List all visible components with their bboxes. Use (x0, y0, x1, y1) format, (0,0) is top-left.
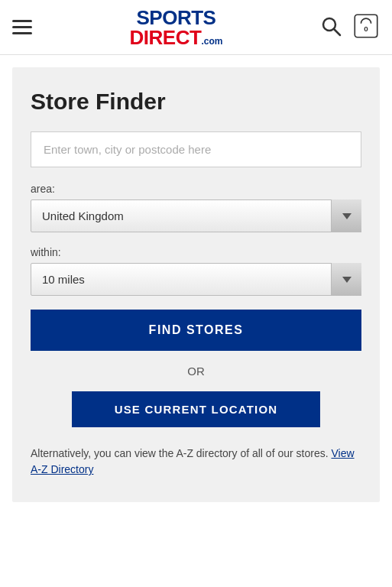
cart-icon[interactable]: 0 (352, 12, 380, 43)
hamburger-line-3 (12, 32, 32, 34)
page-title: Store Finder (31, 89, 361, 115)
main-content: Store Finder area: United Kingdom Republ… (0, 67, 392, 502)
alt-text-prefix: Alternatively, you can view the A-Z dire… (31, 447, 331, 459)
find-stores-button[interactable]: FIND STORES (31, 310, 361, 351)
within-select-wrap: 5 miles 10 miles 20 miles 50 miles 100 m… (31, 263, 361, 296)
hamburger-line-2 (12, 26, 32, 28)
logo-direct: DIRECT (130, 28, 202, 47)
store-finder-panel: Store Finder area: United Kingdom Republ… (12, 67, 380, 502)
logo-com: .com (201, 37, 222, 46)
within-select[interactable]: 5 miles 10 miles 20 miles 50 miles 100 m… (31, 263, 361, 296)
area-select-wrap: United Kingdom Republic of Ireland Inter… (31, 199, 361, 232)
hamburger-menu[interactable] (12, 20, 32, 34)
svg-text:0: 0 (364, 24, 368, 33)
hamburger-line-1 (12, 20, 32, 22)
search-icon[interactable] (320, 15, 342, 40)
site-logo[interactable]: SPORTS DIRECT .com (130, 8, 223, 47)
header: SPORTS DIRECT .com 0 (0, 0, 392, 55)
use-location-button[interactable]: USE CURRENT LOCATION (72, 391, 320, 427)
area-select[interactable]: United Kingdom Republic of Ireland Inter… (31, 199, 361, 232)
header-actions: 0 (320, 12, 380, 43)
or-divider: OR (31, 365, 361, 378)
alt-directory-text: Alternatively, you can view the A-Z dire… (31, 446, 361, 478)
svg-line-1 (334, 29, 340, 35)
area-label: area: (31, 183, 361, 195)
location-search-input[interactable] (31, 131, 361, 167)
logo-sports: SPORTS (137, 8, 216, 28)
within-label: within: (31, 246, 361, 258)
